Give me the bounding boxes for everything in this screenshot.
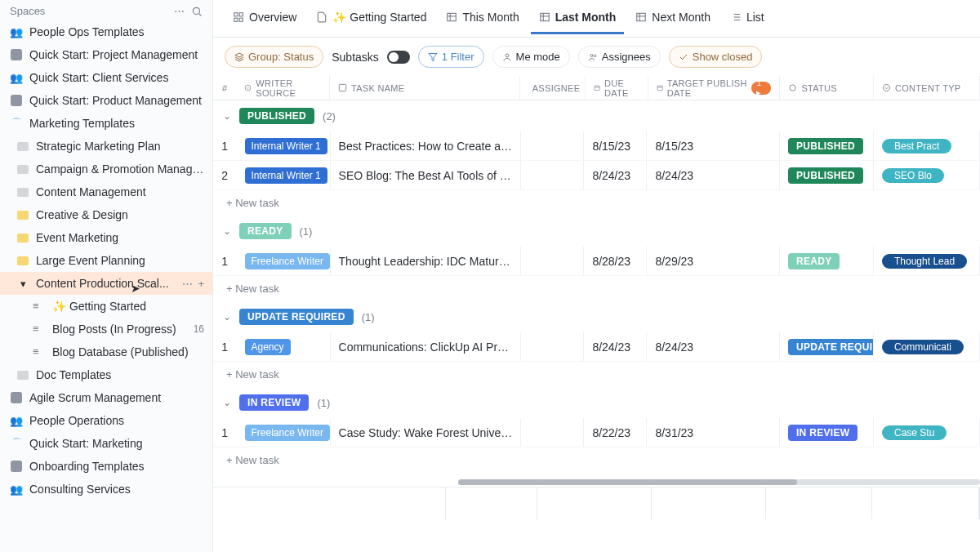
tab[interactable]: List [722,2,773,34]
new-task-button[interactable]: + New task [213,447,980,473]
sidebar-list[interactable]: 👥People Ops TemplatesQuick Start: Projec… [0,20,212,552]
add-icon[interactable]: + [198,278,204,290]
scrollbar-thumb[interactable] [458,479,797,485]
cell-writer[interactable]: Internal Writer 1 [237,161,331,189]
horizontal-scrollbar[interactable] [458,479,980,485]
cell-task-name[interactable]: SEO Blog: The Best AI Tools of 2023 [331,161,522,189]
sidebar-item[interactable]: ⌒Marketing Templates [0,112,212,135]
sidebar-item[interactable]: Strategic Marketing Plan [0,135,212,158]
table-row[interactable]: 2Internal Writer 1SEO Blog: The Best AI … [213,161,980,190]
cell-ctype[interactable]: SEO Blo [874,161,980,189]
sort-badge[interactable]: 1 ▸ [751,82,771,95]
cell-assignee[interactable] [521,161,584,189]
col-task[interactable]: TASK NAME [330,76,520,100]
group-header[interactable]: ⌄UPDATE REQUIRED(1) [213,301,980,332]
subtasks-toggle[interactable] [387,51,410,64]
cell-writer[interactable]: Freelance Writer [237,247,331,275]
cell-due[interactable]: 8/24/23 [584,332,647,361]
me-mode-pill[interactable]: Me mode [492,46,570,68]
cell-ctype[interactable]: Case Stu [874,418,980,447]
sidebar-item[interactable]: Quick Start: Project Management [0,43,212,66]
col-target[interactable]: TARGET PUBLISH DATE 1 ▸ [648,76,781,100]
sidebar-item[interactable]: Onboarding Templates [0,455,212,478]
sidebar-item[interactable]: Campaign & Promotion Manage... [0,158,212,180]
col-ctype[interactable]: CONTENT TYP [874,76,980,100]
cell-assignee[interactable] [521,247,584,275]
cell-status[interactable]: IN REVIEW [780,418,874,447]
sidebar-item[interactable]: 👥People Ops Templates [0,20,212,43]
tab[interactable]: Overview [225,2,305,34]
cell-due[interactable]: 8/28/23 [584,247,647,275]
cell-writer[interactable]: Internal Writer 1 [237,131,331,160]
cell-status[interactable]: PUBLISHED [780,161,874,189]
cell-assignee[interactable] [521,418,584,447]
group-header[interactable]: ⌄READY(1) [213,216,980,247]
assignees-pill[interactable]: Assignees [578,46,661,68]
cell-due[interactable]: 8/22/23 [584,418,647,447]
cell-ctype[interactable]: Communicati [874,332,980,361]
group-header[interactable]: ⌄IN REVIEW(1) [213,387,980,418]
cell-writer[interactable]: Freelance Writer [237,418,331,447]
sidebar-item[interactable]: 👥Consulting Services [0,478,212,501]
chevron-down-icon[interactable]: ⌄ [223,225,231,237]
tab[interactable]: Next Month [627,2,719,34]
cell-status[interactable]: PUBLISHED [780,131,874,160]
new-task-button[interactable]: + New task [213,362,980,387]
sidebar-item[interactable]: ✨ Getting Started [0,295,212,318]
sidebar-item[interactable]: 👥People Operations [0,409,212,432]
more-icon[interactable]: ⋯ [182,278,193,290]
sidebar-item[interactable]: Event Marketing [0,226,212,249]
cell-task-name[interactable]: Case Study: Wake Forest University [331,418,522,447]
group-header[interactable]: ⌄PUBLISHED(2) [213,100,980,131]
col-writer[interactable]: WRITER SOURCE [236,76,330,100]
sidebar-item[interactable]: Blog Posts (In Progress)16 [0,318,212,341]
cell-target[interactable]: 8/15/23 [647,131,780,160]
sidebar-item[interactable]: Large Event Planning [0,249,212,272]
cell-ctype[interactable]: Thought Lead [874,247,980,275]
sidebar-item[interactable]: 👥Quick Start: Client Services [0,66,212,89]
col-due[interactable]: DUE DATE [586,76,648,100]
new-task-button[interactable]: + New task [213,276,980,301]
filter-pill[interactable]: 1 Filter [418,46,484,68]
cell-assignee[interactable] [521,131,584,160]
tab[interactable]: This Month [438,2,527,34]
col-num[interactable]: # [213,76,236,100]
cell-status[interactable]: UPDATE REQUIRED [780,332,874,361]
table-row[interactable]: 1Freelance WriterThought Leadership: IDC… [213,247,980,276]
col-status[interactable]: STATUS [780,76,874,100]
tab[interactable]: Last Month [531,2,625,34]
show-closed-pill[interactable]: Show closed [669,46,763,68]
tab[interactable]: ✨ Getting Started [308,2,434,34]
cell-target[interactable]: 8/31/23 [647,418,780,447]
col-assignee[interactable]: ASSIGNEE [520,76,586,100]
table-row[interactable]: 1Freelance WriterCase Study: Wake Forest… [213,418,980,447]
sidebar-item[interactable]: Quick Start: Product Management [0,89,212,112]
sidebar-item[interactable]: Creative & Design [0,203,212,226]
cell-target[interactable]: 8/29/23 [647,247,780,275]
chevron-down-icon[interactable]: ⌄ [223,110,231,122]
cell-due[interactable]: 8/15/23 [584,131,647,160]
sidebar-item[interactable]: Doc Templates [0,363,212,386]
cell-due[interactable]: 8/24/23 [584,161,647,189]
more-icon[interactable]: ⋯ [174,5,185,17]
sidebar-item[interactable]: Blog Database (Published) [0,341,212,363]
table-row[interactable]: 1AgencyCommunications: ClickUp AI Press.… [213,332,980,362]
new-task-button[interactable]: + New task [213,190,980,216]
cell-task-name[interactable]: Communications: ClickUp AI Press... [331,332,522,361]
sidebar-item[interactable]: Content Management [0,180,212,203]
cell-task-name[interactable]: Thought Leadership: IDC Maturity ... [331,247,522,275]
cell-assignee[interactable] [521,332,584,361]
sidebar-item[interactable]: ▾Content Production Scal...⋯+➤ [0,272,212,295]
cell-target[interactable]: 8/24/23 [647,332,780,361]
cell-writer[interactable]: Agency [237,332,331,361]
sidebar-item[interactable]: ⌒Quick Start: Marketing [0,432,212,455]
chevron-down-icon[interactable]: ⌄ [223,397,231,408]
cell-target[interactable]: 8/24/23 [647,161,780,189]
table-row[interactable]: 1Internal Writer 1Best Practices: How to… [213,131,980,161]
sidebar-item[interactable]: Agile Scrum Management [0,386,212,409]
chevron-down-icon[interactable]: ⌄ [223,311,231,323]
cell-task-name[interactable]: Best Practices: How to Create a Pr... [331,131,522,160]
group-status-pill[interactable]: Group: Status [225,46,323,68]
search-icon[interactable] [191,6,203,17]
cell-status[interactable]: READY [780,247,874,275]
